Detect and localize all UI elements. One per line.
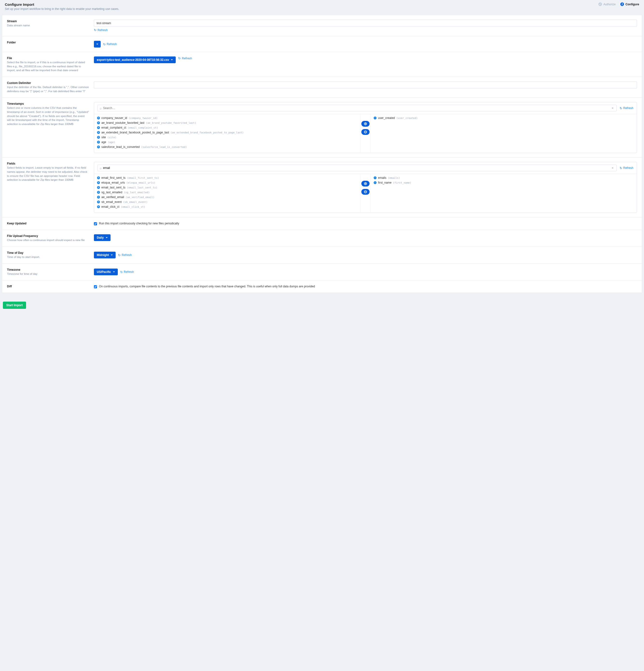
timezone-help: Timezone for time of day (7, 272, 89, 276)
plus-icon: + (97, 201, 100, 203)
folder-dropdown[interactable] (94, 41, 101, 48)
fields-selected-list[interactable]: −emails (emails)−first_name (first_name) (371, 174, 637, 213)
list-item[interactable]: +ae_extended_brand_facebook_posted_to_pa… (95, 130, 359, 135)
section-time-of-day: Time of Day Time of day to start import.… (2, 247, 642, 264)
step-configure[interactable]: 2 Configure (620, 2, 639, 6)
step-authorize[interactable]: ✓ Authorize (598, 2, 616, 6)
list-item[interactable]: +ae_brand_youtube_favorited_last (ae_bra… (95, 121, 359, 125)
page-subtitle: Set up your import workflow to bring in … (5, 7, 639, 11)
timezone-dropdown[interactable]: US/Pacific (94, 268, 118, 275)
timezone-label: Timezone (7, 268, 89, 271)
stream-input[interactable] (94, 20, 637, 27)
search-icon (100, 166, 102, 170)
section-fields: Fields Select fields to import. Leave em… (2, 157, 642, 217)
minus-icon: − (374, 176, 376, 179)
remove-button[interactable] (361, 129, 370, 135)
fields-available-list[interactable]: +email_first_sent_ts (email_first_sent_t… (94, 174, 360, 213)
plus-icon: + (97, 186, 100, 189)
timestamps-available-list[interactable]: +company_twuser_id (company_twuser_id)+a… (94, 114, 360, 153)
diff-label: Diff (7, 285, 89, 288)
keep-updated-checkbox[interactable] (94, 222, 97, 225)
list-item[interactable]: +email_last_sent_ts (email_last_sent_ts) (95, 185, 359, 190)
file-help: Select the file to import, or if this is… (7, 60, 89, 72)
keep-updated-label: Keep Updated (7, 222, 89, 225)
fields-transfer-controls (360, 174, 371, 213)
refresh-icon (103, 42, 106, 46)
refresh-icon (118, 253, 121, 257)
section-diff: Diff On continuous imports, compare file… (2, 280, 642, 293)
refresh-icon (620, 166, 622, 170)
folder-refresh[interactable]: Refresh (103, 42, 117, 46)
keep-updated-row[interactable]: Run this import continuously checking fo… (94, 222, 637, 225)
list-item[interactable]: +email_complaint_ct (email_complaint_ct) (95, 125, 359, 130)
fields-refresh[interactable]: Refresh (620, 166, 633, 170)
frequency-dropdown[interactable]: Daily (94, 234, 111, 241)
diff-row[interactable]: On continuous imports, compare file cont… (94, 285, 637, 288)
fields-label: Fields (7, 162, 89, 165)
timestamps-search[interactable]: × (98, 105, 617, 112)
time-of-day-dropdown[interactable]: Midnight (94, 252, 116, 258)
frequency-help: Choose how often a continuous import sho… (7, 238, 89, 242)
timestamps-selected-list[interactable]: −user_created (user_created) (371, 114, 637, 153)
delimiter-help: Input the delimiter of the file. Default… (7, 85, 89, 93)
add-button[interactable] (361, 181, 370, 187)
timestamps-help: Select one or more columns in the CSV th… (7, 106, 89, 126)
list-item[interactable]: +ae_verified_email (ae_verified_email) (95, 195, 359, 200)
file-dropdown[interactable]: export-lytics-test_audience-2020-04-08T1… (94, 56, 176, 63)
list-item[interactable]: +email_first_sent_ts (email_first_sent_t… (95, 175, 359, 180)
section-delimiter: Custom Delimiter Input the delimiter of … (2, 77, 642, 98)
list-item[interactable]: +age (age) (95, 140, 359, 144)
minus-icon: − (374, 116, 376, 119)
wizard-steps: ✓ Authorize 2 Configure (598, 2, 639, 6)
stream-refresh[interactable]: Refresh (94, 28, 108, 32)
list-item[interactable]: −emails (emails) (372, 175, 636, 180)
section-frequency: File Upload Frequency Choose how often a… (2, 230, 642, 247)
timestamps-label: Timestamps (7, 102, 89, 105)
list-item[interactable]: +company_twuser_id (company_twuser_id) (95, 116, 359, 121)
page-header: Configure Import Set up your import work… (0, 0, 644, 15)
section-file: File Select the file to import, or if th… (2, 52, 642, 77)
plus-icon: + (97, 116, 100, 119)
plus-icon: + (97, 126, 100, 129)
clear-icon[interactable]: × (611, 106, 615, 110)
remove-button[interactable] (361, 189, 370, 195)
fields-search[interactable]: × (98, 165, 617, 171)
minus-icon: − (374, 181, 376, 184)
timezone-refresh[interactable]: Refresh (120, 270, 134, 274)
plus-icon: + (97, 141, 100, 143)
file-refresh[interactable]: Refresh (178, 56, 192, 60)
plus-icon: + (97, 145, 100, 148)
list-item[interactable]: −first_name (first_name) (372, 180, 636, 185)
refresh-icon (178, 56, 181, 60)
fields-search-input[interactable] (103, 166, 609, 169)
refresh-icon (94, 28, 97, 32)
step-label: Authorize (604, 3, 616, 6)
add-button[interactable] (361, 121, 370, 127)
section-timestamps: Timestamps Select one or more columns in… (2, 98, 642, 157)
delimiter-input[interactable] (94, 81, 637, 89)
list-item[interactable]: +eloqua_email_urls (eloqua_email_urls) (95, 180, 359, 185)
timestamps-picker: × Refresh +company_twuser_id (company_tw… (94, 102, 637, 153)
list-item[interactable]: +sg_last_emailed (sg_last_emailed) (95, 190, 359, 195)
delimiter-label: Custom Delimiter (7, 81, 89, 85)
timestamps-refresh[interactable]: Refresh (620, 106, 633, 110)
diff-checkbox[interactable] (94, 285, 97, 288)
refresh-icon (120, 270, 123, 274)
stream-label: Stream (7, 20, 89, 23)
clear-icon[interactable]: × (611, 166, 615, 170)
section-stream: Stream Data stream name Refresh (2, 15, 642, 36)
plus-icon: + (97, 191, 100, 194)
step-number-icon: 2 (620, 2, 624, 6)
section-keep-updated: Keep Updated Run this import continuousl… (2, 217, 642, 230)
chevron-down-icon (106, 236, 108, 239)
start-import-button[interactable]: Start Import (3, 302, 26, 309)
timestamps-transfer-controls (360, 114, 371, 153)
list-item[interactable]: +email_click_ct (email_click_ct) (95, 204, 359, 209)
section-folder: Folder Refresh (2, 36, 642, 52)
list-item[interactable]: −user_created (user_created) (372, 116, 636, 121)
list-item[interactable]: +sb_email_event (sb_email_event) (95, 200, 359, 204)
time-of-day-refresh[interactable]: Refresh (118, 253, 132, 257)
list-item[interactable]: +salesforce_lead_is_converted (salesforc… (95, 144, 359, 149)
list-item[interactable]: +site (site) (95, 135, 359, 140)
timestamps-search-input[interactable] (103, 106, 609, 110)
